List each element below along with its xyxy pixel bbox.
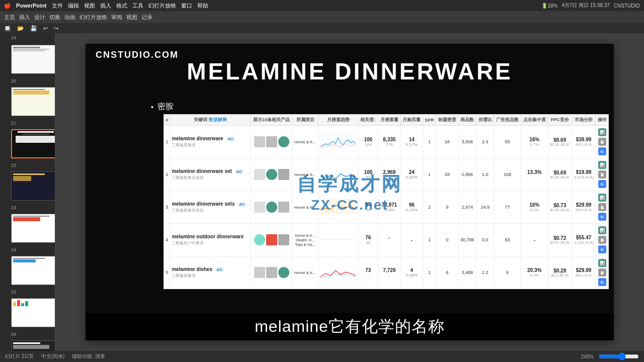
copy-btn[interactable]: 📋 [598,268,606,277]
col-relevance: 相关度↓ [358,115,378,126]
google-btn[interactable]: G [598,245,606,253]
relevance-cell: 76 48 [358,224,378,256]
products-count-cell: 2,866 [458,158,476,191]
product-images [251,191,292,224]
slide-thumb-19[interactable] [11,45,55,74]
keyword-name: melamine outdoor dinnerware [172,234,249,239]
chart-btn[interactable]: 📊 [598,128,606,136]
col-num: # [164,115,170,126]
trend-cell [318,126,358,158]
datetime: 4月7日 周日 15:38:37 [561,2,610,9]
keyword-cn: 三聚氰胺餐具套装 [172,208,249,213]
app-name[interactable]: PowerPoint [16,3,47,9]
menu-slideshow[interactable]: 幻灯片放映 [148,2,176,10]
ribbon-view[interactable]: 视图 [126,14,137,21]
menu-help[interactable]: 帮助 [197,2,208,10]
product-images [251,158,292,191]
toolbar-redo[interactable]: ↪ [54,25,58,32]
google-btn[interactable]: G [598,180,606,188]
title-density-cell: 6 [436,256,458,289]
product-img [278,136,289,147]
search-vol-cell: 2,969 - [378,158,400,191]
apple-menu[interactable]: 🍎 [4,3,11,9]
toolbar-save[interactable]: 💾 [30,25,37,32]
ppc-cell: $0.72 $0.57–$0.94 [548,224,572,256]
menu-insert[interactable]: 插入 [100,2,111,10]
chart-btn[interactable]: 📊 [598,226,606,234]
slide-info: 幻灯片 21/页 [5,353,34,360]
ribbon-insert[interactable]: 插入 [19,14,30,21]
table-row: 2 melamine dinnerware set AC 三聚氰胺餐具套装 [164,158,609,191]
copy-btn[interactable]: 📋 [598,236,606,244]
battery-info: 🔋18% [541,3,557,9]
slide-thumb-22[interactable] [11,171,55,201]
ad-products-cell: 63 [494,224,521,256]
ribbon-record[interactable]: 记录 [141,14,152,21]
products-count-cell: 3,488 [458,256,476,289]
ribbon-slideshow[interactable]: 幻灯片放映 [79,14,107,21]
ribbon-animations[interactable]: 动画 [64,14,75,21]
menu-file[interactable]: 文件 [52,2,63,10]
trend-chart [320,264,356,280]
keyword-tag: AC [226,137,235,141]
trend-chart [320,232,356,247]
products-count-cell: 30,786 [458,224,476,256]
slide-thumb-25[interactable] [11,298,55,327]
slide-thumb-24[interactable] [11,256,55,285]
row-num: 4 [164,224,170,256]
chart-btn[interactable]: 📊 [598,259,606,267]
slide-thumb-23[interactable] [11,214,55,243]
col-spr: SPR [423,115,436,126]
chart-btn[interactable]: 📊 [598,161,606,169]
product-images [251,256,292,289]
col-ppc: PPC竞价 [548,115,572,126]
col-category: 所属类目 [292,115,318,126]
slide-thumb-26[interactable] [11,340,55,351]
copy-btn[interactable]: 📋 [598,138,606,146]
supply-demand-cell: 2.4 [476,126,494,158]
menubar-left: 🍎 PowerPoint 文件 编辑 视图 插入 格式 工具 幻灯片放映 窗口 … [4,2,208,10]
product-img [266,267,277,278]
google-btn[interactable]: G [598,278,606,286]
market-cell: $39.99 402 (4.4) [572,126,595,158]
ribbon-design[interactable]: 设计 [34,14,45,21]
keyword-cell: melamine dinnerware set AC 三聚氰胺餐具套装 [170,158,251,191]
ad-products-cell: 108 [494,158,521,191]
ribbon-transitions[interactable]: 切换 [49,14,60,21]
product-img [254,136,265,147]
google-btn[interactable]: G [598,147,606,155]
slide-thumb-20[interactable] [11,87,55,116]
table-row: 3 melamine dinnerware sets AC 三聚氰胺餐具套装 [164,191,609,224]
keyword-cell: melamine outdoor dinnerware 三聚氰胺户外餐具 [170,224,251,256]
copy-btn[interactable]: 📋 [598,203,606,211]
toolbar-new[interactable]: 🔲 [4,25,11,32]
buy-vol-cell: 96 0.13% [400,191,423,224]
menu-window[interactable]: 窗口 [181,2,192,10]
ribbon-home[interactable]: 主页 [4,14,15,21]
menubar-right: 🔋18% 4月7日 周日 15:38:37 CNSTUDIO [541,2,640,9]
zoom-slider[interactable] [599,353,639,359]
toolbar-undo[interactable]: ↩ [43,25,48,32]
category-cell: Home & K... [292,158,318,191]
canvas-area: CNSTUDIO.COM MELAMINE DINNERWARE • 密胺 # … [55,33,644,351]
category-cell: Home & K... [292,126,318,158]
slide-thumb-21[interactable] [11,129,55,158]
google-btn[interactable]: G [598,213,606,221]
menu-edit[interactable]: 编辑 [68,2,79,10]
product-img [278,202,289,213]
product-img [266,202,277,213]
search-vol-cell: - - [378,224,400,256]
action-cell: 📊 📋 G [596,256,609,289]
ribbon-review[interactable]: 审阅 [111,14,122,21]
menu-tools[interactable]: 工具 [132,2,143,10]
menu-view[interactable]: 视图 [84,2,95,10]
trend-cell [318,158,358,191]
copy-btn[interactable]: 📋 [598,170,606,178]
keyword-cell: melamine dishes AC 三聚氰胺餐具 [170,256,251,289]
menu-format[interactable]: 格式 [116,2,127,10]
spr-cell: 1 [423,224,436,256]
toolbar-open[interactable]: 📂 [17,25,24,32]
market-cell: $55.47 1,142 (4.5) [572,224,595,256]
chart-btn[interactable]: 📊 [598,194,606,202]
keyword-tag: AC [235,169,244,174]
